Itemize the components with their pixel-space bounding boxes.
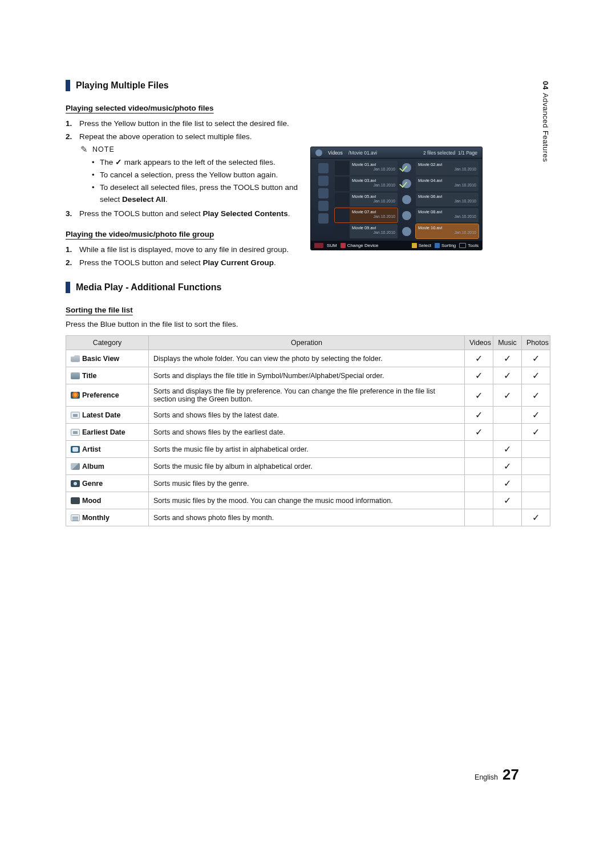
sort-table: Category Operation Videos Music Photos B… — [66, 335, 550, 526]
category-icon — [71, 429, 80, 436]
check-cell: ✓ — [465, 350, 493, 367]
step-text: Press the TOOLS button and select Play C… — [79, 257, 311, 269]
check-icon: ✓ — [115, 157, 122, 169]
operation-cell: Sorts and displays the file title in Sym… — [149, 367, 465, 384]
col-category: Category — [66, 336, 149, 350]
page-number: 27 — [502, 766, 519, 784]
table-row: MonthlySorts and shows photo files by mo… — [66, 509, 550, 526]
table-row: MoodSorts music files by the mood. You c… — [66, 492, 550, 509]
check-cell: ✓ — [522, 407, 550, 424]
operation-cell: Sorts and shows photo files by month. — [149, 509, 465, 526]
check-cell — [522, 458, 550, 475]
table-row: Latest DateSorts and shows files by the … — [66, 407, 550, 424]
operation-cell: Sorts the music file by artist in alphab… — [149, 441, 465, 458]
operation-cell: Sorts and shows files by the latest date… — [149, 407, 465, 424]
category-icon — [71, 372, 80, 379]
check-cell — [465, 441, 493, 458]
check-cell — [522, 475, 550, 492]
check-cell — [465, 458, 493, 475]
category-icon — [71, 480, 80, 487]
shot-path: /Movie 01.avi — [348, 150, 377, 156]
operation-cell: Sorts music files by the mood. You can c… — [149, 492, 465, 509]
check-cell — [465, 509, 493, 526]
check-cell: ✓ — [493, 441, 522, 458]
play-icon — [402, 211, 411, 220]
step-text: Repeat the above operation to select mul… — [79, 131, 311, 143]
step-text: While a file list is displayed, move to … — [79, 244, 311, 256]
screenshot-thumbnail: Videos /Movie 01.avi 2 files selected 1/… — [311, 147, 482, 250]
category-icon — [71, 463, 80, 470]
play-icon — [402, 179, 411, 188]
bullet-text: To deselect all selected files, press th… — [100, 182, 311, 206]
operation-cell: Displays the whole folder. You can view … — [149, 350, 465, 367]
check-cell: ✓ — [493, 458, 522, 475]
category-icon — [71, 392, 80, 399]
check-cell: ✓ — [465, 384, 493, 407]
note-line: ✎ NOTE — [80, 144, 311, 155]
videos-icon — [315, 149, 322, 156]
check-cell — [465, 475, 493, 492]
footer-lang: English — [475, 773, 498, 781]
sort-description: Press the Blue button in the file list t… — [66, 320, 550, 328]
bullet-text: The ✓ mark appears to the left of the se… — [100, 157, 311, 169]
check-cell — [522, 492, 550, 509]
table-row: PreferenceSorts and displays the file by… — [66, 384, 550, 407]
check-cell: ✓ — [522, 384, 550, 407]
table-row: Basic ViewDisplays the whole folder. You… — [66, 350, 550, 367]
operation-cell: Sorts and shows files by the earliest da… — [149, 424, 465, 441]
shot-title: Videos — [328, 150, 343, 156]
check-cell: ✓ — [522, 350, 550, 367]
col-photos: Photos — [522, 336, 550, 350]
category-icon — [71, 514, 80, 521]
section-number: 04 — [541, 80, 550, 90]
check-cell: ✓ — [465, 367, 493, 384]
bullet-text: To cancel a selection, press the Yellow … — [100, 169, 311, 181]
table-row: AlbumSorts the music file by album in al… — [66, 458, 550, 475]
check-cell: ✓ — [522, 424, 550, 441]
check-cell — [493, 424, 522, 441]
category-icon — [71, 412, 80, 419]
page-footer: English 27 — [475, 766, 519, 784]
category-icon — [71, 497, 80, 504]
category-icon — [71, 355, 80, 362]
play-icon — [402, 163, 411, 172]
section-heading: Playing Multiple Files — [66, 80, 550, 91]
table-row: GenreSorts music files by the genre.✓ — [66, 475, 550, 492]
note-icon: ✎ — [80, 144, 88, 155]
operation-cell: Sorts the music file by album in alphabe… — [149, 458, 465, 475]
check-cell: ✓ — [522, 509, 550, 526]
col-videos: Videos — [465, 336, 493, 350]
subheading-file-group: Playing the video/music/photo file group — [66, 230, 311, 238]
check-cell — [465, 492, 493, 509]
usb-icon — [314, 243, 323, 248]
check-cell — [522, 441, 550, 458]
section-heading: Media Play - Additional Functions — [66, 282, 550, 293]
table-row: ArtistSorts the music file by artist in … — [66, 441, 550, 458]
check-cell — [493, 509, 522, 526]
table-row: Earliest DateSorts and shows files by th… — [66, 424, 550, 441]
check-cell: ✓ — [465, 424, 493, 441]
subheading-sorting: Sorting the file list — [66, 306, 550, 314]
table-row: TitleSorts and displays the file title i… — [66, 367, 550, 384]
check-cell: ✓ — [493, 350, 522, 367]
col-operation: Operation — [149, 336, 465, 350]
col-music: Music — [493, 336, 522, 350]
check-cell: ✓ — [465, 407, 493, 424]
step-text: Press the TOOLS button and select Play S… — [79, 208, 311, 220]
check-cell: ✓ — [493, 384, 522, 407]
play-icon — [402, 227, 411, 236]
check-cell: ✓ — [493, 367, 522, 384]
check-cell — [493, 407, 522, 424]
category-icon — [71, 446, 80, 453]
play-icon — [402, 195, 411, 204]
operation-cell: Sorts music files by the genre. — [149, 475, 465, 492]
tools-icon — [459, 243, 466, 248]
subheading-selected-files: Playing selected video/music/photo files — [66, 104, 311, 112]
check-cell: ✓ — [493, 475, 522, 492]
check-cell: ✓ — [493, 492, 522, 509]
step-text: Press the Yellow button in the file list… — [79, 118, 311, 130]
operation-cell: Sorts and displays the file by preferenc… — [149, 384, 465, 407]
check-cell: ✓ — [522, 367, 550, 384]
